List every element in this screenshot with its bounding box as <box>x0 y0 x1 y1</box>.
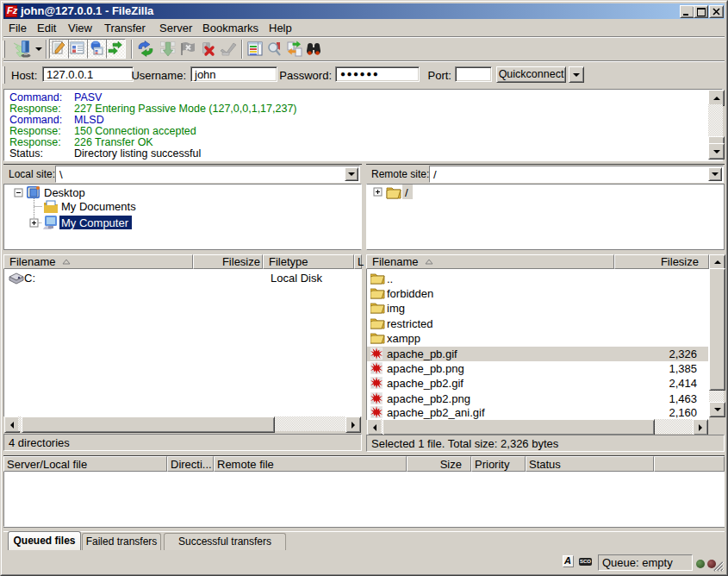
svg-text:My Documents: My Documents <box>61 200 136 213</box>
svg-text:/: / <box>405 186 408 199</box>
svg-text:Desktop: Desktop <box>44 186 85 199</box>
svg-text:My Computer: My Computer <box>61 216 129 229</box>
